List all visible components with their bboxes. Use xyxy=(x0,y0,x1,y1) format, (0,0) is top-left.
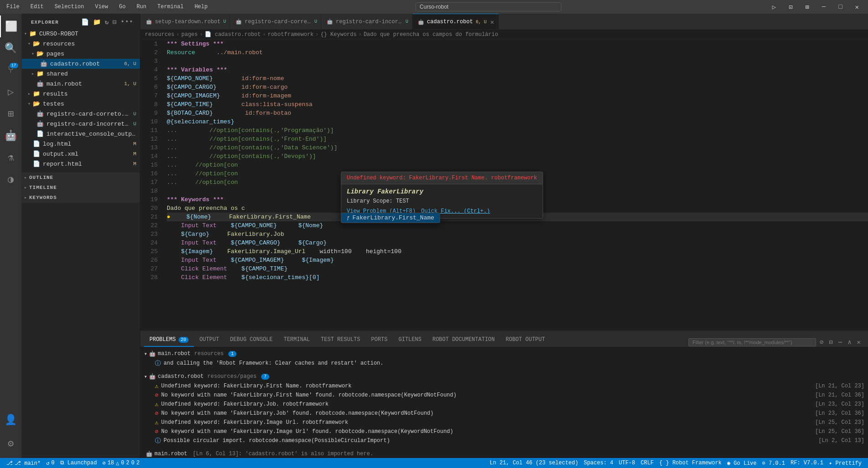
activity-git[interactable]: ◑ xyxy=(0,168,22,190)
status-robot-framework[interactable]: { } Robot Framework xyxy=(657,458,724,468)
activity-testing[interactable]: ⚗ xyxy=(0,147,22,168)
menu-terminal[interactable]: Terminal xyxy=(154,3,186,11)
run-button[interactable]: ▷ xyxy=(766,1,781,13)
tab-close-4[interactable]: ✕ xyxy=(489,18,495,26)
tree-item-reg-incorreto[interactable]: 🤖 registro-card-incorreto.robot U xyxy=(22,119,140,129)
breadcrumb-keywords[interactable]: {} Keywords xyxy=(321,31,357,38)
close-button[interactable]: ✕ xyxy=(850,1,864,13)
tree-item-testes[interactable]: ▾ 📂 testes xyxy=(22,99,140,109)
status-version[interactable]: ⊙ 7.0.1 xyxy=(760,458,788,468)
minimize-button[interactable]: ─ xyxy=(817,1,831,13)
activity-account[interactable]: 👤 xyxy=(0,409,22,431)
status-errors[interactable]: ⊘ 18 △ 0 2 0 2 xyxy=(100,458,143,468)
tree-root[interactable]: ▾ 📁 CURSO-ROBOT xyxy=(22,29,140,39)
tab-cadastro[interactable]: 🤖 cadastro.robot 6, U ✕ xyxy=(412,14,499,30)
tree-item-log[interactable]: 📄 log.html M xyxy=(22,139,140,149)
panel-tab-robot-output[interactable]: ROBOT OUTPUT xyxy=(500,333,550,347)
tree-item-resources[interactable]: ▾ 📂 resources xyxy=(22,39,140,49)
collapse-btn[interactable]: ⊟ xyxy=(112,17,118,27)
panel-tab-problems[interactable]: PROBLEMS 20 xyxy=(144,333,194,347)
activity-extensions[interactable]: ⊞ xyxy=(0,103,22,125)
menu-run[interactable]: Run xyxy=(134,3,149,11)
panel-tab-gitlens[interactable]: GITLENS xyxy=(393,333,427,347)
autocomplete-item-1[interactable]: ƒ FakerLibrary.First_Name xyxy=(341,213,440,223)
panel-tab-terminal[interactable]: TERMINAL xyxy=(278,333,315,347)
status-position[interactable]: Ln 21, Col 46 (23 selected) xyxy=(487,458,581,468)
panel-tab-output[interactable]: OUTPUT xyxy=(194,333,225,347)
filter-btn[interactable]: ⊘ xyxy=(818,337,825,347)
menu-edit[interactable]: Edit xyxy=(28,3,46,11)
new-file-btn[interactable]: 📄 xyxy=(80,17,90,27)
problem-item-7[interactable]: ⓘ Possible circular import. robotcode.na… xyxy=(140,436,868,445)
tab-registro-incorreto[interactable]: 🤖 registro-card-incorreto.robot U xyxy=(321,14,412,30)
activity-search[interactable]: 🔍 xyxy=(0,37,22,59)
problem-group-main2-header[interactable]: 🤖 main.robot [Ln 6, Col 13]: 'cadastro.r… xyxy=(140,449,868,458)
problem-item-main-1[interactable]: ⓘ and calling the 'Robot Framework: Clea… xyxy=(140,359,868,368)
status-line-ending[interactable]: CRLF xyxy=(638,458,657,468)
tree-item-shared[interactable]: ▸ 📁 shared xyxy=(22,69,140,79)
status-rf-version[interactable]: RF: V7.0.1 xyxy=(788,458,826,468)
maximize-button[interactable]: □ xyxy=(833,1,847,13)
panel-tab-test-results[interactable]: TEST RESULTS xyxy=(315,333,365,347)
activity-source-control[interactable]: ⑂ 17 xyxy=(0,59,22,81)
tree-item-output[interactable]: 📄 output.xml M xyxy=(22,149,140,159)
search-input[interactable] xyxy=(416,2,561,11)
tree-item-interactive[interactable]: 📄 interactive_console_output.xml xyxy=(22,129,140,139)
panel-tab-ports[interactable]: PORTS xyxy=(366,333,393,347)
status-encoding[interactable]: UTF-8 xyxy=(616,458,638,468)
breadcrumb-rf[interactable]: robotframework xyxy=(267,31,313,38)
problem-group-main-header[interactable]: ▾ 🤖 main.robot resources 1 xyxy=(140,349,868,359)
new-folder-btn[interactable]: 📁 xyxy=(92,17,102,27)
status-launchpad[interactable]: ⧉ Launchpad xyxy=(57,458,100,468)
layout-button[interactable]: ⊡ xyxy=(783,1,798,13)
sidebar-actions[interactable]: 📄 📁 ↻ ⊟ ••• xyxy=(80,17,134,27)
filter-input[interactable] xyxy=(688,338,816,346)
menu-help[interactable]: Help xyxy=(192,3,211,11)
activity-settings[interactable]: ⚙ xyxy=(0,432,22,454)
status-prettify[interactable]: ✦ Prettify xyxy=(826,458,864,468)
status-spaces[interactable]: Spaces: 4 xyxy=(581,458,616,468)
window-controls[interactable]: ▷ ⊡ ⊞ ─ □ ✕ xyxy=(766,1,864,13)
problem-item-3[interactable]: ⚠ Undefined keyword: FakerLibrary.Job. r… xyxy=(140,400,868,409)
layout2-button[interactable]: ⊞ xyxy=(800,1,814,13)
problem-item-1[interactable]: ⚠ Undefined keyword: FakerLibrary.First … xyxy=(140,382,868,391)
status-git-branch[interactable]: ⎇ ⎇ main* xyxy=(4,458,43,468)
breadcrumb-resources[interactable]: resources xyxy=(145,31,175,38)
breadcrumb-file[interactable]: 📄 cadastro.robot xyxy=(205,31,261,38)
menu-view[interactable]: View xyxy=(92,3,111,11)
collapse-all-btn[interactable]: ⊟ xyxy=(827,337,834,347)
status-go-live[interactable]: ◉ Go Live xyxy=(724,458,760,468)
more-btn[interactable]: ••• xyxy=(120,17,134,27)
panel-tab-debug[interactable]: DEBUG CONSOLE xyxy=(225,333,278,347)
more-actions-btn[interactable]: ⋯ xyxy=(837,337,844,347)
refresh-btn[interactable]: ↻ xyxy=(104,17,110,27)
close-panel-btn[interactable]: ✕ xyxy=(855,337,863,347)
tab-setup-teardown[interactable]: 🤖 setup-teardown.robot U xyxy=(140,14,230,30)
activity-robot[interactable]: 🤖 xyxy=(0,125,22,147)
menu-selection[interactable]: Selection xyxy=(52,3,87,11)
activity-explorer[interactable]: ⬜ xyxy=(0,15,22,37)
tree-item-pages[interactable]: ▾ 📂 pages xyxy=(22,49,140,59)
activity-run[interactable]: ▷ xyxy=(0,81,22,103)
status-sync[interactable]: ↺ 0 xyxy=(43,458,57,468)
problem-item-2[interactable]: ⊘ No keyword with name 'FakerLibrary.Fir… xyxy=(140,391,868,400)
tab-registro-correto[interactable]: 🤖 registro-card-correto.robot U xyxy=(230,14,321,30)
problem-item-6[interactable]: ⊘ No keyword with name 'FakerLibrary.Ima… xyxy=(140,427,868,436)
tree-item-results[interactable]: ▸ 📁 results xyxy=(22,89,140,99)
problem-item-4[interactable]: ⊘ No keyword with name 'FakerLibrary.Job… xyxy=(140,409,868,418)
outline-section[interactable]: ▸ OUTLINE xyxy=(22,173,140,183)
timeline-section[interactable]: ▸ TIMELINE xyxy=(22,183,140,193)
breadcrumb-pages[interactable]: pages xyxy=(181,31,198,38)
problem-group-cadastro-header[interactable]: ▾ 🤖 cadastro.robot resources/pages 7 xyxy=(140,371,868,382)
keywords-section[interactable]: ▸ KEYWORDS xyxy=(22,193,140,203)
menu-file[interactable]: File xyxy=(4,3,22,11)
menu-go[interactable]: Go xyxy=(116,3,128,11)
panel-tab-robot-doc[interactable]: ROBOT DOCUMENTATION xyxy=(427,333,500,347)
breadcrumb-keyword[interactable]: Dado que preencha os campos do formulári… xyxy=(364,31,498,38)
problem-item-5[interactable]: ⚠ Undefined keyword: FakerLibrary.Image … xyxy=(140,418,868,427)
tree-item-main[interactable]: 🤖 main.robot 1, U xyxy=(22,79,140,89)
tree-item-reg-correto[interactable]: 🤖 registro-card-correto.robot U xyxy=(22,109,140,119)
tree-item-report[interactable]: 📄 report.html M xyxy=(22,159,140,169)
chevron-up-btn[interactable]: ∧ xyxy=(846,337,853,347)
tree-item-cadastro[interactable]: 🤖 cadastro.robot 6, U xyxy=(22,59,140,69)
